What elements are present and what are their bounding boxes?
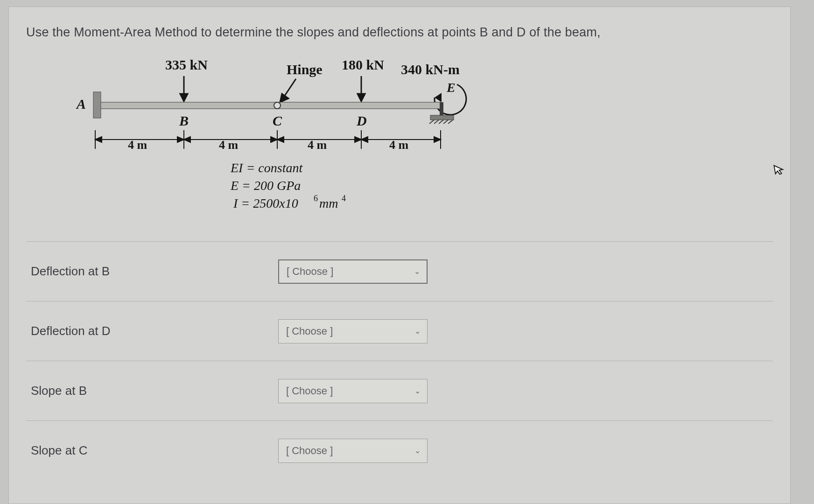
- load-180: 180 kN: [342, 57, 384, 72]
- question-prompt: Use the Moment-Area Method to determine …: [26, 25, 773, 40]
- choose-dropdown[interactable]: [ Choose ] ⌄: [278, 319, 428, 343]
- eq-I: I = 2500x10 6 mm 4: [233, 194, 346, 210]
- chevron-down-icon: ⌄: [414, 446, 421, 455]
- svg-text:I = 2500x10: I = 2500x10: [233, 196, 298, 210]
- dim-4: 4 m: [389, 138, 409, 152]
- row-label: Slope at B: [26, 384, 278, 398]
- svg-line-14: [443, 120, 448, 124]
- hinge-icon: [274, 102, 281, 109]
- svg-marker-28: [361, 137, 368, 142]
- dim-1: 4 m: [128, 138, 147, 152]
- moment-label: 340 kN-m: [401, 62, 460, 77]
- svg-rect-9: [440, 102, 443, 116]
- table-row: Slope at C [ Choose ] ⌄: [26, 420, 773, 480]
- dropdown-placeholder: [ Choose ]: [287, 266, 333, 278]
- svg-line-11: [429, 120, 434, 124]
- eq-E: E = 200 GPa: [230, 178, 301, 193]
- row-label: Deflection at B: [26, 264, 278, 279]
- svg-marker-22: [95, 137, 102, 142]
- row-label: Deflection at D: [26, 324, 278, 338]
- svg-line-15: [448, 120, 453, 124]
- chevron-down-icon: ⌄: [414, 386, 421, 395]
- svg-rect-10: [430, 115, 454, 120]
- eq-EI: EI = constant: [230, 161, 303, 175]
- dropdown-placeholder: [ Choose ]: [286, 445, 333, 457]
- svg-marker-6: [435, 93, 442, 102]
- svg-marker-3: [280, 94, 288, 102]
- dim-3: 4 m: [308, 138, 327, 152]
- table-row: Deflection at B [ Choose ] ⌄: [26, 241, 773, 301]
- answer-table: Deflection at B [ Choose ] ⌄ Deflection …: [26, 241, 773, 480]
- chevron-down-icon: ⌄: [414, 267, 420, 276]
- chevron-down-icon: ⌄: [414, 327, 421, 336]
- point-C: C: [273, 113, 282, 128]
- svg-marker-26: [277, 137, 284, 142]
- svg-rect-7: [95, 102, 441, 109]
- svg-text:mm: mm: [319, 196, 338, 210]
- svg-marker-1: [180, 94, 188, 101]
- dim-2: 4 m: [219, 138, 239, 152]
- svg-line-12: [434, 120, 439, 124]
- point-E: E: [446, 80, 456, 95]
- beam-figure: 335 kN Hinge 180 kN 340 kN-m E: [26, 56, 465, 219]
- load-335: 335 kN: [165, 57, 208, 72]
- hinge-label: Hinge: [287, 62, 323, 77]
- point-B: B: [179, 113, 189, 128]
- svg-text:4: 4: [342, 194, 346, 203]
- table-row: Deflection at D [ Choose ] ⌄: [26, 301, 773, 361]
- dropdown-placeholder: [ Choose ]: [286, 385, 333, 397]
- point-D: D: [356, 113, 367, 128]
- dropdown-placeholder: [ Choose ]: [286, 325, 333, 337]
- choose-dropdown[interactable]: [ Choose ] ⌄: [278, 439, 428, 463]
- svg-line-13: [439, 120, 443, 124]
- point-A: A: [76, 96, 86, 112]
- row-label: Slope at C: [26, 443, 278, 458]
- choose-dropdown[interactable]: [ Choose ] ⌄: [278, 259, 428, 284]
- svg-marker-24: [184, 137, 190, 142]
- svg-marker-29: [434, 137, 441, 142]
- svg-text:6: 6: [314, 194, 318, 203]
- choose-dropdown[interactable]: [ Choose ] ⌄: [278, 379, 428, 403]
- svg-marker-5: [358, 94, 365, 101]
- svg-rect-8: [93, 92, 101, 118]
- cursor-icon: [772, 162, 787, 180]
- table-row: Slope at B [ Choose ] ⌄: [26, 361, 773, 420]
